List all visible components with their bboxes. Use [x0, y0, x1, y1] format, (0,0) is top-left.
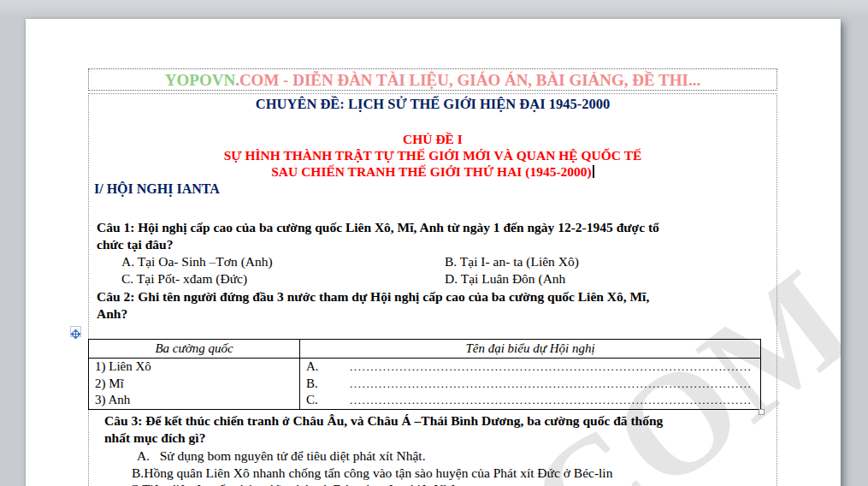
text-cursor — [593, 165, 594, 178]
doc-title: CHUYÊN ĐỀ: LỊCH SỬ THẾ GIỚI HIỆN ĐẠI 194… — [88, 96, 777, 113]
question-1-line-1: Câu 1: Hội nghị cấp cao của ba cường quố… — [97, 219, 659, 236]
answer-dotted-line: ........................................… — [350, 392, 752, 409]
move-arrows-icon — [71, 329, 80, 339]
question-3-line-1: Câu 3: Để kết thúc chiến tranh ở Châu Âu… — [104, 412, 663, 430]
site-name: YOPOVN — [165, 71, 235, 89]
table-cell-country: 2) Mĩ — [89, 376, 300, 393]
question-3-line-2: nhất mục đích gì? — [104, 430, 205, 447]
answer-dotted-line: ........................................… — [350, 359, 752, 376]
table-cell-answer[interactable]: A. .....................................… — [300, 359, 760, 376]
table-header-delegate: Tên đại biểu dự Hội nghị — [300, 340, 760, 358]
table-cell-country: 1) Liên Xô — [89, 359, 300, 376]
topic-line-1: CHỦ ĐỀ I — [88, 131, 777, 147]
q3-option-a: A. Sử dụng bom nguyên tử để tiêu diệt ph… — [137, 447, 426, 465]
q1-option-c: C. Tại Pốt- xđam (Đức) — [121, 270, 247, 287]
section-heading: I/ HỘI NGHỊ IANTA — [94, 181, 220, 197]
table-cell-answer[interactable]: C. .....................................… — [300, 392, 760, 409]
q1-option-b: B. Tại I- an- ta (Liên Xô) — [445, 253, 579, 270]
q3-option-c: C.Tiêu diệt tận gốc chủ nghĩa phát xít Đ… — [130, 481, 459, 486]
answer-letter: C. — [300, 392, 350, 409]
table-move-handle[interactable] — [70, 326, 81, 337]
answer-dotted-line: ........................................… — [350, 376, 752, 393]
table-header-row: Ba cường quốc Tên đại biểu dự Hội nghị — [89, 340, 760, 359]
answer-letter: B. — [300, 376, 350, 393]
question-2-line-2: Anh? — [97, 305, 127, 323]
site-tagline: - DIỄN ĐÀN TÀI LIỆU, GIÁO ÁN, BÀI GIẢNG,… — [279, 71, 700, 89]
delegates-table[interactable]: Ba cường quốc Tên đại biểu dự Hội nghị 1… — [88, 339, 761, 410]
table-cell-answer[interactable]: B. .....................................… — [300, 376, 760, 393]
table-row[interactable]: 2) Mĩ B. ...............................… — [89, 376, 760, 393]
table-row[interactable]: 1) Liên Xô A. ..........................… — [89, 359, 760, 376]
table-resize-handle[interactable] — [759, 409, 765, 415]
q3-option-b: B.Hồng quân Liên Xô nhanh chống tấn công… — [132, 465, 612, 482]
q1-option-d: D. Tại Luân Đôn (Anh — [445, 270, 565, 287]
topic-line-2: SỰ HÌNH THÀNH TRẬT TỰ THẾ GIỚI MỚI VÀ QU… — [88, 147, 777, 163]
answer-letter: A. — [300, 359, 350, 376]
topic-line-3: SAU CHIẾN TRANH THẾ GIỚI THỨ HAI (1945-2… — [88, 163, 777, 180]
topic-line-3-text: SAU CHIẾN TRANH THẾ GIỚI THỨ HAI (1945-2… — [271, 164, 592, 179]
table-header-country: Ba cường quốc — [89, 340, 300, 358]
table-cell-country: 3) Anh — [89, 392, 300, 409]
question-2-line-1: Câu 2: Ghi tên người đứng đầu 3 nước tha… — [97, 288, 649, 305]
question-1-line-2: chức tại đâu? — [97, 236, 173, 253]
q1-option-a: A. Tại Oa- Sinh –Tơn (Anh) — [121, 253, 273, 270]
site-tld: .COM — [235, 71, 279, 89]
site-banner: YOPOVN.COM - DIỄN ĐÀN TÀI LIỆU, GIÁO ÁN,… — [88, 68, 777, 91]
table-row[interactable]: 3) Anh C. ..............................… — [89, 392, 760, 409]
document-page[interactable]: YOPOVN.COM YOPOVN.COM - DIỄN ĐÀN TÀI LIỆ… — [26, 19, 841, 486]
